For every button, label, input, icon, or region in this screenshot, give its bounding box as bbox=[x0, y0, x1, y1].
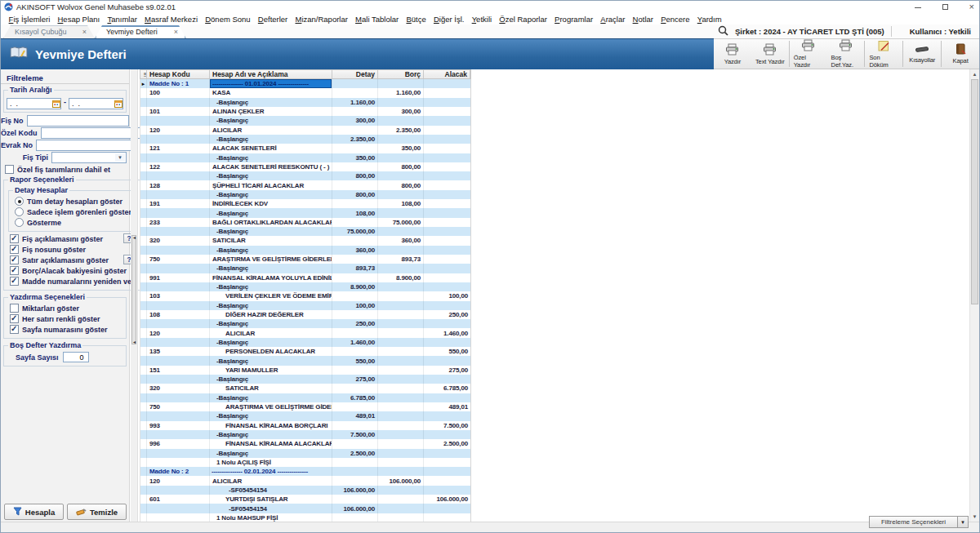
cell-hesap-adi[interactable]: -Başlangıç bbox=[210, 190, 332, 199]
cell-alacak[interactable] bbox=[424, 319, 470, 328]
collapse-arrow-icon[interactable]: ◄ bbox=[132, 340, 136, 344]
menu-item[interactable]: Mali Tablolar bbox=[352, 15, 403, 24]
cell-borc[interactable]: 8.900,00 bbox=[378, 273, 424, 282]
table-row[interactable]: -Başlangıç550,00 bbox=[140, 356, 470, 365]
cell-hesap-kodu[interactable]: 993 bbox=[147, 421, 210, 430]
cell-hesap-kodu[interactable] bbox=[147, 190, 210, 199]
menu-item[interactable]: Tanımlar bbox=[104, 15, 141, 24]
cell-hesap-adi[interactable]: ALICILAR bbox=[210, 476, 332, 485]
table-row[interactable]: 122ALACAK SENETLERİ REESKONTU ( - )800,0… bbox=[140, 162, 470, 171]
cell-hesap-kodu[interactable]: 121 bbox=[147, 144, 210, 153]
cell-hesap-kodu[interactable] bbox=[147, 264, 210, 273]
menu-item[interactable]: Fiş İşlemleri bbox=[5, 15, 54, 24]
cell-alacak[interactable] bbox=[424, 246, 470, 255]
menu-item[interactable]: Masraf Merkezi bbox=[140, 15, 201, 24]
cell-hesap-kodu[interactable]: 103 bbox=[147, 291, 210, 300]
cell-detay[interactable]: 106.000,00 bbox=[332, 504, 378, 513]
cell-alacak[interactable] bbox=[424, 116, 470, 125]
cell-hesap-adi[interactable]: --------------- 01.01.2024 -------------… bbox=[210, 79, 332, 88]
cell-borc[interactable] bbox=[378, 264, 424, 273]
checkbox[interactable] bbox=[10, 304, 19, 313]
table-row[interactable]: 100KASA1.160,00 bbox=[140, 88, 470, 97]
collapse-arrow-icon[interactable]: ◄ bbox=[132, 235, 136, 240]
cell-detay[interactable]: 550,00 bbox=[332, 356, 378, 365]
cell-alacak[interactable]: 106.000,00 bbox=[424, 495, 470, 504]
cell-borc[interactable] bbox=[378, 171, 424, 180]
cell-hesap-adi[interactable]: -Başlangıç bbox=[210, 430, 332, 439]
menu-item[interactable]: Dönem Sonu bbox=[202, 15, 255, 24]
cell-hesap-adi[interactable]: ŞÜPHELİ TİCARİ ALACAKLAR bbox=[210, 180, 332, 189]
hesapla-button[interactable]: Hesapla bbox=[4, 504, 64, 520]
cell-detay[interactable] bbox=[332, 162, 378, 171]
table-row[interactable]: -Başlangıç108,00 bbox=[140, 208, 470, 217]
table-row[interactable]: -Başlangıç300,00 bbox=[140, 116, 470, 125]
field-input[interactable] bbox=[41, 127, 143, 139]
scroll-up-icon[interactable]: ▲ bbox=[970, 69, 979, 79]
cell-borc[interactable]: 2.350,00 bbox=[378, 126, 424, 135]
cell-borc[interactable] bbox=[378, 227, 424, 236]
cell-hesap-adi[interactable]: -Başlangıç bbox=[210, 393, 332, 402]
cell-alacak[interactable]: 1.460,00 bbox=[424, 328, 470, 337]
cell-hesap-kodu[interactable]: 101 bbox=[147, 107, 210, 116]
cell-detay[interactable]: 1.460,00 bbox=[332, 338, 378, 347]
cell-borc[interactable] bbox=[378, 449, 424, 458]
cell-borc[interactable] bbox=[378, 116, 424, 125]
cell-hesap-kodu[interactable]: 135 bbox=[147, 347, 210, 356]
column-header-2[interactable]: Hesap Adı ve Açıklama bbox=[210, 70, 332, 78]
cell-hesap-adi[interactable]: -Başlangıç bbox=[210, 116, 332, 125]
toolbar-button-son-d-k-m[interactable]: Son Döküm bbox=[865, 39, 902, 69]
cell-alacak[interactable] bbox=[424, 301, 470, 310]
cell-borc[interactable] bbox=[378, 366, 424, 375]
cell-alacak[interactable] bbox=[424, 338, 470, 347]
table-row[interactable]: -Başlangıç75.000,00 bbox=[140, 227, 470, 236]
cell-hesap-kodu[interactable] bbox=[147, 227, 210, 236]
cell-alacak[interactable] bbox=[424, 264, 470, 273]
menu-item[interactable]: Özel Raporlar bbox=[496, 15, 551, 24]
cell-alacak[interactable] bbox=[424, 375, 470, 384]
cell-detay[interactable] bbox=[332, 476, 378, 485]
cell-hesap-kodu[interactable]: 151 bbox=[147, 366, 210, 375]
cell-borc[interactable]: 360,00 bbox=[378, 236, 424, 245]
cell-hesap-kodu[interactable]: Madde No : 2 bbox=[147, 467, 210, 476]
table-row[interactable]: 750ARAŞTIRMA VE GELİŞTİRME GİDERLERİ893,… bbox=[140, 255, 470, 264]
cell-hesap-kodu[interactable] bbox=[147, 375, 210, 384]
cell-hesap-kodu[interactable] bbox=[147, 208, 210, 217]
cell-alacak[interactable] bbox=[424, 282, 470, 291]
table-row[interactable]: 120ALICILAR2.350,00 bbox=[140, 126, 470, 135]
cell-hesap-kodu[interactable] bbox=[147, 356, 210, 365]
date-cell[interactable]: --------------- 01.01.2024 -------------… bbox=[210, 79, 332, 88]
cell-borc[interactable] bbox=[378, 98, 424, 107]
cell-alacak[interactable] bbox=[424, 273, 470, 282]
cell-hesap-adi[interactable]: FİNANSAL KİRALAMA BORÇLARI bbox=[210, 421, 332, 430]
cell-hesap-kodu[interactable] bbox=[147, 171, 210, 180]
cell-detay[interactable]: 300,00 bbox=[332, 116, 378, 125]
checkbox[interactable] bbox=[10, 325, 19, 334]
cell-hesap-kodu[interactable]: 191 bbox=[147, 199, 210, 208]
cell-hesap-kodu[interactable] bbox=[147, 98, 210, 107]
cell-borc[interactable] bbox=[378, 467, 424, 476]
cell-alacak[interactable] bbox=[424, 504, 470, 513]
cell-alacak[interactable] bbox=[424, 227, 470, 236]
cell-detay[interactable] bbox=[332, 402, 378, 411]
cell-hesap-kodu[interactable] bbox=[147, 430, 210, 439]
cell-detay[interactable] bbox=[332, 366, 378, 375]
cell-borc[interactable] bbox=[378, 384, 424, 393]
cell-detay[interactable] bbox=[332, 126, 378, 135]
cell-detay[interactable] bbox=[332, 273, 378, 282]
cell-hesap-adi[interactable]: -SF05454154 bbox=[210, 486, 332, 495]
table-row[interactable]: 993FİNANSAL KİRALAMA BORÇLARI7.500,00 bbox=[140, 421, 470, 430]
checkbox[interactable] bbox=[10, 266, 19, 275]
cell-borc[interactable] bbox=[378, 421, 424, 430]
cell-hesap-adi[interactable]: -Başlangıç bbox=[210, 338, 332, 347]
cell-hesap-adi[interactable]: ALACAK SENETLERİ REESKONTU ( - ) bbox=[210, 162, 332, 171]
table-row[interactable]: 120ALICILAR106.000,00 bbox=[140, 476, 470, 485]
cell-borc[interactable] bbox=[378, 411, 424, 420]
table-row[interactable]: 103VERİLEN ÇEKLER VE ÖDEME EMİRLERİ HE10… bbox=[140, 291, 470, 300]
checkbox[interactable] bbox=[5, 165, 14, 174]
cell-hesap-adi[interactable]: --------------- 02.01.2024 -------------… bbox=[210, 467, 332, 476]
table-row[interactable]: -Başlangıç800,00 bbox=[140, 190, 470, 199]
table-row[interactable]: -Başlangıç489,01 bbox=[140, 411, 470, 420]
toolbar-button-text-yazd-r[interactable]: Text Yazdır bbox=[751, 39, 789, 69]
cell-borc[interactable]: 1.160,00 bbox=[378, 88, 424, 97]
cell-detay[interactable] bbox=[332, 439, 378, 448]
